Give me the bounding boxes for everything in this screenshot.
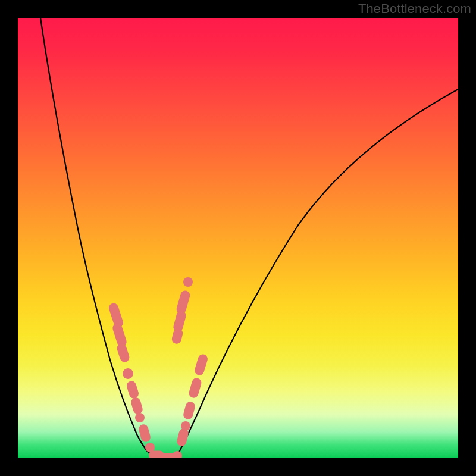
chart-svg (18, 18, 458, 458)
marker-group (108, 277, 209, 458)
marker-pill (176, 290, 191, 315)
marker-dot (183, 277, 193, 287)
chart-frame (18, 18, 458, 458)
marker-pill (176, 428, 190, 447)
curve-right-branch (177, 89, 458, 455)
watermark-text: TheBottleneck.com (358, 1, 471, 17)
marker-pill (193, 353, 209, 376)
marker-pill (111, 322, 128, 348)
marker-pill (115, 342, 130, 363)
marker-dot (123, 368, 133, 379)
marker-pill (188, 377, 203, 399)
marker-dot (173, 451, 182, 458)
marker-pill (130, 396, 143, 415)
marker-dot (181, 421, 190, 431)
marker-pill (126, 380, 140, 399)
marker-pill (171, 327, 184, 345)
marker-dot (135, 413, 145, 422)
marker-pill (182, 400, 196, 420)
